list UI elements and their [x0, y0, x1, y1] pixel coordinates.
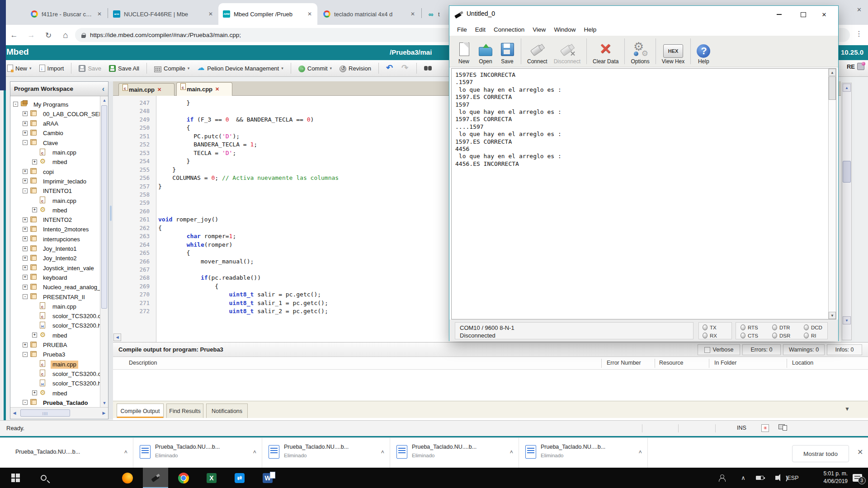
tree-item[interactable]: -Clave	[10, 138, 100, 148]
tree-item[interactable]: scolor_TCS3200.h	[10, 379, 100, 389]
home-icon[interactable]: ⌂	[59, 28, 72, 42]
menu-connection[interactable]: Connection	[490, 26, 528, 33]
output-tab-find-results[interactable]: Find Results	[166, 404, 203, 418]
close-tab-icon[interactable]: ✕	[157, 87, 161, 93]
scroll-right-icon[interactable]: ▶	[100, 409, 108, 417]
minus-expander-icon[interactable]: -	[23, 294, 28, 299]
taskbar-start-icon[interactable]	[3, 468, 28, 488]
menu-view[interactable]: View	[528, 26, 550, 33]
plus-expander-icon[interactable]: +	[23, 285, 28, 290]
verbose-toggle[interactable]: Verbose	[698, 344, 740, 355]
tree-item[interactable]: +aRAA	[10, 119, 100, 129]
connect-button[interactable]: Connect	[524, 36, 551, 67]
tree-item[interactable]: -PRESENTAR_II	[10, 292, 100, 302]
close-downloads-icon[interactable]: ✕	[857, 448, 863, 456]
compile-button[interactable]: Compile▾	[152, 64, 191, 73]
minus-expander-icon[interactable]: -	[23, 352, 28, 357]
tree-item[interactable]: +mbed	[10, 158, 100, 167]
plus-expander-icon[interactable]: +	[23, 121, 28, 126]
clear-data-button[interactable]: Clear Data	[590, 36, 622, 67]
caret-icon[interactable]: ˄	[124, 449, 127, 455]
workspace-horizontal-scrollbar[interactable]: ◀ |||| ▶	[10, 407, 108, 419]
menu-help[interactable]: Help	[580, 26, 600, 33]
tree-item[interactable]: +00_LAB_COLOR_SEN	[10, 109, 100, 119]
browser-tab[interactable]: armNUCLEO-F446RE | Mbe✕	[108, 5, 218, 23]
url-text[interactable]: https://ide.mbed.com/compiler/#nav:/Prue…	[90, 32, 241, 38]
scroll-down-icon[interactable]: ▼	[843, 316, 851, 324]
tree-item[interactable]: main.cpp	[10, 302, 100, 311]
close-icon[interactable]: ✕	[814, 6, 835, 23]
download-item[interactable]: Prueba_Taclado.NU....b...Eliminado˄	[133, 438, 262, 468]
scroll-up-icon[interactable]: ▲	[843, 84, 851, 92]
tree-item[interactable]: scolor_TCS3200.c	[10, 369, 100, 379]
minimize-icon[interactable]	[769, 6, 789, 23]
taskbar-file-explorer-icon[interactable]	[87, 468, 112, 488]
tree-item[interactable]: main.cpp	[10, 196, 100, 206]
download-item[interactable]: Prueba_Taclado.NU....b...˄	[8, 438, 133, 468]
taskbar-excel-icon[interactable]: X	[199, 468, 224, 488]
close-tab-icon[interactable]: ✕	[215, 86, 219, 92]
taskbar-search-icon[interactable]	[31, 468, 56, 488]
language-indicator[interactable]: ESP	[785, 468, 801, 488]
maximize-icon[interactable]	[793, 6, 814, 23]
pelion-device-management-button[interactable]: Pelion Device Management▾	[195, 63, 285, 74]
redo-button[interactable]	[400, 63, 411, 74]
kebab-menu-icon[interactable]: ⋮	[855, 29, 863, 38]
output-tab-compile-output[interactable]: Compile Output	[117, 404, 164, 418]
workspace-vertical-scrollbar[interactable]: ▲ ▼	[100, 96, 108, 407]
menu-edit[interactable]: Edit	[471, 26, 490, 33]
plus-expander-icon[interactable]: +	[32, 390, 37, 395]
plus-expander-icon[interactable]: +	[32, 207, 37, 212]
plus-expander-icon[interactable]: +	[23, 265, 28, 270]
download-item[interactable]: Prueba_Taclado.NU....b...Eliminado˄	[390, 438, 519, 468]
taskbar-word-icon[interactable]: W	[255, 468, 280, 488]
forward-icon[interactable]: →	[24, 28, 38, 42]
plus-expander-icon[interactable]: +	[32, 160, 37, 164]
scroll-down-icon[interactable]: ▼	[829, 312, 836, 319]
scroll-left-icon[interactable]: ◀	[113, 333, 121, 341]
tree-item[interactable]: main.cpp	[10, 148, 100, 158]
new-button[interactable]: New▾	[5, 63, 33, 73]
verbose-checkbox[interactable]	[704, 347, 710, 353]
find-button[interactable]	[422, 63, 434, 74]
scrollbar-thumb[interactable]	[101, 105, 107, 309]
tree-item-selected[interactable]: main.cpp	[10, 360, 100, 369]
tree-item[interactable]: +Cambio	[10, 129, 100, 138]
back-icon[interactable]: ←	[7, 28, 21, 42]
plus-expander-icon[interactable]: +	[23, 131, 28, 136]
panel-splitter[interactable]	[108, 81, 113, 419]
tree-item[interactable]: +INTENTO2	[10, 216, 100, 225]
tree-item[interactable]: +PRUEBA	[10, 341, 100, 350]
minus-expander-icon[interactable]: -	[23, 140, 28, 145]
minus-expander-icon[interactable]: -	[23, 188, 28, 193]
taskbar-task-view-icon[interactable]	[59, 468, 84, 488]
download-item[interactable]: Prueba_Taclado.NU....b...Eliminado˄	[262, 438, 390, 468]
import-button[interactable]: Import	[38, 63, 66, 73]
scroll-down-icon[interactable]: ▼	[100, 399, 108, 407]
scrollbar-thumb[interactable]	[829, 76, 836, 100]
tree-item[interactable]: scolor_TCS3200.h	[10, 321, 100, 331]
battery-icon[interactable]	[751, 468, 768, 488]
caret-icon[interactable]: ˄	[509, 449, 513, 455]
tree-item[interactable]: -INTENTO1	[10, 187, 100, 196]
help-button[interactable]: Help	[693, 36, 713, 67]
device-selector-button[interactable]: RE	[847, 63, 864, 70]
plus-expander-icon[interactable]: +	[23, 111, 28, 116]
plus-expander-icon[interactable]: +	[23, 246, 28, 251]
show-all-button[interactable]: Mostrar todo	[792, 445, 849, 462]
close-tab-icon[interactable]: ✕	[307, 11, 313, 17]
editor-tab[interactable]: main.cpp✕	[176, 82, 232, 96]
tree-item[interactable]: +mbed	[10, 389, 100, 398]
clock[interactable]: 5:01 p. m. 4/06/2019	[824, 470, 848, 485]
tree-item[interactable]: +mbed	[10, 331, 100, 340]
browser-tab[interactable]: teclado matricial 4x4 d✕	[319, 5, 420, 23]
reload-icon[interactable]: ↻	[42, 28, 55, 42]
tree-item[interactable]: +copi	[10, 167, 100, 177]
view-hex-button[interactable]: HEXView Hex	[659, 36, 688, 67]
tree-item[interactable]: +Nucleo_read_analog_	[10, 283, 100, 292]
minus-expander-icon[interactable]: -	[23, 400, 28, 405]
scrollbar-thumb[interactable]	[843, 161, 851, 183]
browser-tab[interactable]: ∞t	[423, 5, 449, 23]
taskbar-teamviewer-icon[interactable]: ⇄	[227, 468, 252, 488]
save-button[interactable]: Save	[77, 64, 103, 73]
